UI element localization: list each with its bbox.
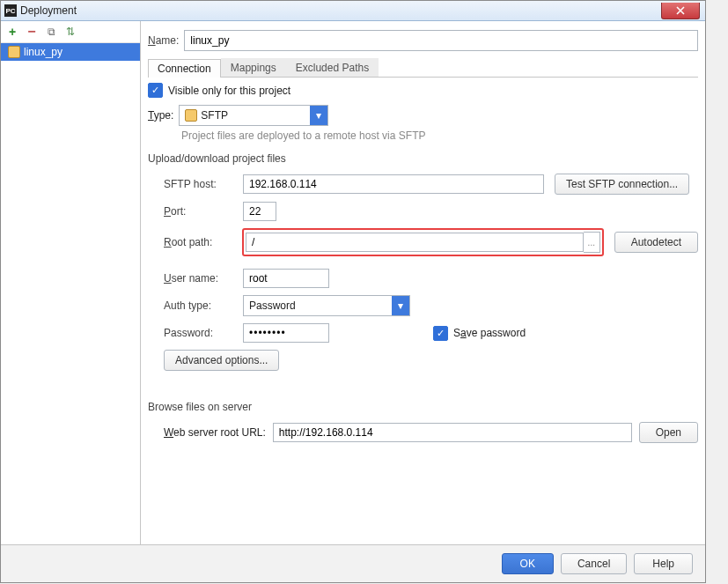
server-icon [8,46,20,58]
chevron-down-icon: ▾ [392,296,409,315]
auth-type-select[interactable]: Password ▾ [243,295,410,316]
username-label: User name: [164,272,243,285]
titlebar: PC Deployment [1,1,705,21]
password-label: Password: [164,327,243,339]
port-input[interactable] [243,202,276,221]
cancel-button[interactable]: Cancel [561,553,627,574]
sftp-icon [185,109,197,122]
web-url-input[interactable] [273,423,632,442]
app-icon: PC [4,4,17,17]
close-button[interactable] [661,3,700,19]
advanced-options-button[interactable]: Advanced options... [164,350,279,371]
type-select[interactable]: SFTP ▾ [179,105,328,126]
window-title: Deployment [20,4,77,17]
upload-section-title: Upload/download project files [148,152,698,165]
autodetect-button[interactable]: Autodetect [614,232,698,253]
save-password-label: Save password [453,327,526,339]
server-list-item[interactable]: linux_py [1,43,140,61]
remove-server-button[interactable]: − [26,26,38,38]
help-button[interactable]: Help [634,553,693,574]
root-path-browse-button[interactable]: ... [584,232,600,253]
tab-excluded-paths[interactable]: Excluded Paths [286,58,379,77]
browse-section-title: Browse files on server [148,401,698,413]
open-button[interactable]: Open [639,422,698,443]
test-connection-button[interactable]: Test SFTP connection... [555,174,689,195]
root-path-input[interactable] [246,233,584,252]
visible-only-label: Visible only for this project [168,85,290,97]
auth-type-label: Auth type: [164,299,243,312]
port-label: Port: [164,205,243,218]
auth-type-value: Password [244,299,392,312]
ok-button[interactable]: OK [502,553,554,574]
root-path-label: Root path: [164,236,242,248]
type-value: SFTP [201,109,228,122]
name-input[interactable] [184,30,698,51]
server-toolbar: + − ⧉ ⇅ [1,21,140,43]
name-label: Name: [148,34,179,47]
web-url-label: Web server root URL: [164,426,266,439]
close-icon [676,6,685,15]
tab-connection[interactable]: Connection [148,59,221,78]
root-path-highlight: ... [242,228,604,256]
save-password-checkbox[interactable]: ✓ [433,326,448,341]
server-item-label: linux_py [24,46,63,58]
sftp-host-input[interactable] [243,174,544,194]
password-input[interactable] [243,323,329,343]
add-server-button[interactable]: + [6,26,18,38]
type-hint: Project files are deployed to a remote h… [181,129,698,142]
username-input[interactable] [243,269,329,288]
server-config-panel: Name: Connection Mappings Excluded Paths… [141,21,705,544]
sftp-host-label: SFTP host: [164,178,243,190]
server-list-panel: + − ⧉ ⇅ linux_py [1,21,141,544]
tabs: Connection Mappings Excluded Paths [148,58,698,78]
dialog-footer: OK Cancel Help [1,544,705,582]
copy-server-button[interactable]: ⧉ [45,26,57,38]
type-label: Type: [148,109,173,122]
deployment-dialog: PC Deployment + − ⧉ ⇅ linux_py Name: [0,0,706,583]
arrange-servers-button[interactable]: ⇅ [64,26,77,38]
tab-mappings[interactable]: Mappings [221,58,286,77]
chevron-down-icon: ▾ [310,106,327,125]
visible-only-checkbox[interactable]: ✓ [148,83,163,98]
